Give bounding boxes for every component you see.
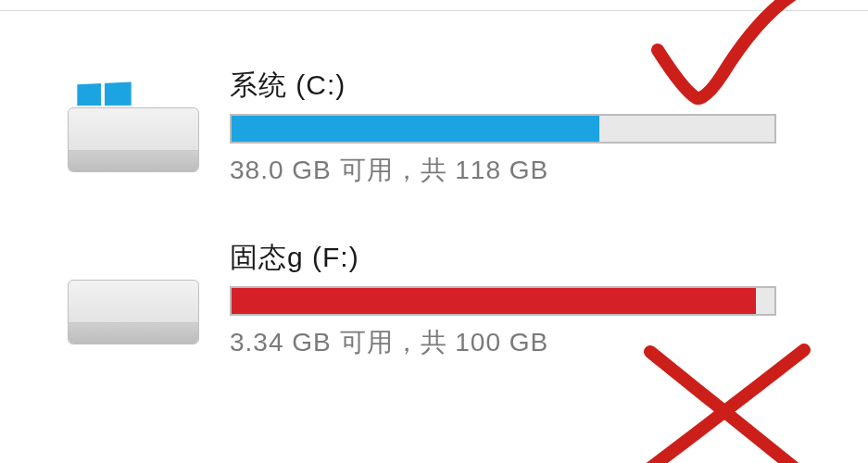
drive-icon-system — [51, 67, 213, 196]
drive-capacity-fill — [232, 116, 599, 142]
disk-icon — [68, 107, 199, 172]
drive-stats: 38.0 GB 可用，共 118 GB — [230, 153, 811, 188]
drive-icon-generic — [51, 239, 213, 369]
disk-icon — [68, 280, 199, 344]
drive-label: 固态g (F:) — [230, 239, 811, 277]
drive-capacity-bar — [230, 114, 776, 144]
drive-stats: 3.34 GB 可用，共 100 GB — [230, 325, 811, 360]
drive-capacity-bar — [230, 286, 776, 316]
drive-label: 系统 (C:) — [230, 67, 811, 105]
drive-item-f[interactable]: 固态g (F:) 3.34 GB 可用，共 100 GB — [51, 239, 811, 369]
window-divider — [0, 10, 868, 11]
drive-item-c[interactable]: 系统 (C:) 38.0 GB 可用，共 118 GB — [51, 67, 811, 196]
drive-capacity-fill — [232, 288, 756, 314]
